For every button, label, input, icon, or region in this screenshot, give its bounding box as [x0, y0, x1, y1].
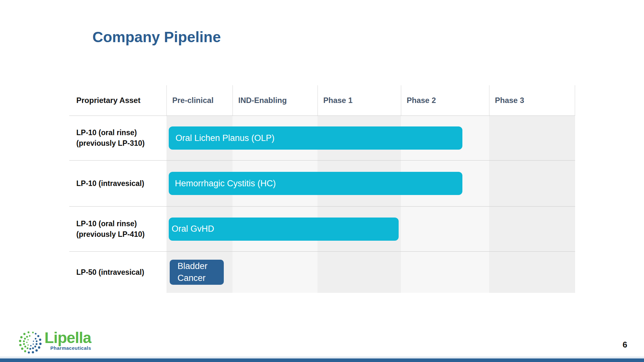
asset-label-line1: LP-10 (intravesical) — [76, 178, 166, 189]
lipella-logo: Lipella Pharmaceuticals — [19, 331, 91, 354]
phase-lane: Hemorrhagic Cystitis (HC) — [166, 161, 575, 206]
logo-subtitle: Pharmaceuticals — [50, 345, 91, 351]
indication-label: Oral GvHD — [172, 223, 399, 235]
asset-label-line1: LP-10 (oral rinse) — [76, 218, 166, 229]
phase-lane: Oral Lichen Planus (OLP) — [166, 116, 575, 160]
asset-label-line2: (previously LP-410) — [76, 229, 166, 240]
lipella-swirl-icon — [19, 331, 42, 354]
indication-label: Hemorrhagic Cystitis (HC) — [175, 178, 462, 190]
table-row-lp10-oral-rinse-310: LP-10 (oral rinse) (previously LP-310) O… — [69, 116, 575, 160]
slide: Company Pipeline Proprietary Asset Pre-c… — [0, 0, 644, 362]
page-title: Company Pipeline — [92, 28, 221, 46]
footer-strip-dark — [0, 358, 644, 362]
pipeline-table: Proprietary Asset Pre-clinical IND-Enabl… — [69, 85, 575, 293]
table-row-lp50-intravesical: LP-50 (intravesical) Bladder Cancer — [69, 251, 575, 293]
asset-label-line2: (previously LP-310) — [76, 138, 166, 149]
phase-lane: Oral GvHD — [166, 207, 575, 251]
column-header-ind-enabling: IND-Enabling — [232, 85, 317, 116]
page-number: 6 — [623, 340, 627, 350]
pipeline-bar-1: Hemorrhagic Cystitis (HC) — [169, 172, 462, 195]
asset-label-line1: LP-50 (intravesical) — [76, 267, 166, 278]
asset-label: LP-10 (intravesical) — [69, 161, 166, 206]
phase-lane: Bladder Cancer — [166, 252, 575, 293]
indication-label: Oral Lichen Planus (OLP) — [175, 132, 462, 144]
asset-label: LP-50 (intravesical) — [69, 252, 166, 293]
table-row-lp10-oral-rinse-410: LP-10 (oral rinse) (previously LP-410) O… — [69, 206, 575, 251]
pipeline-header-row: Proprietary Asset Pre-clinical IND-Enabl… — [69, 85, 575, 116]
indication-label: Bladder Cancer — [177, 260, 224, 284]
pipeline-bar-2: Oral GvHD — [169, 218, 399, 241]
logo-wordmark: Lipella Pharmaceuticals — [44, 331, 91, 351]
column-header-phase-1: Phase 1 — [317, 85, 401, 116]
table-row-lp10-intravesical: LP-10 (intravesical) Hemorrhagic Cystiti… — [69, 160, 575, 206]
pipeline-bar-3: Bladder Cancer — [170, 260, 224, 285]
pipeline-bar-0: Oral Lichen Planus (OLP) — [169, 126, 462, 150]
asset-label-line1: LP-10 (oral rinse) — [76, 127, 166, 138]
column-header-preclinical: Pre-clinical — [166, 85, 232, 116]
column-header-phase-3: Phase 3 — [489, 85, 575, 116]
column-header-proprietary-asset: Proprietary Asset — [69, 85, 166, 116]
asset-label: LP-10 (oral rinse) (previously LP-410) — [69, 207, 166, 251]
column-header-phase-2: Phase 2 — [401, 85, 489, 116]
logo-name: Lipella — [44, 331, 91, 345]
asset-label: LP-10 (oral rinse) (previously LP-310) — [69, 116, 166, 160]
